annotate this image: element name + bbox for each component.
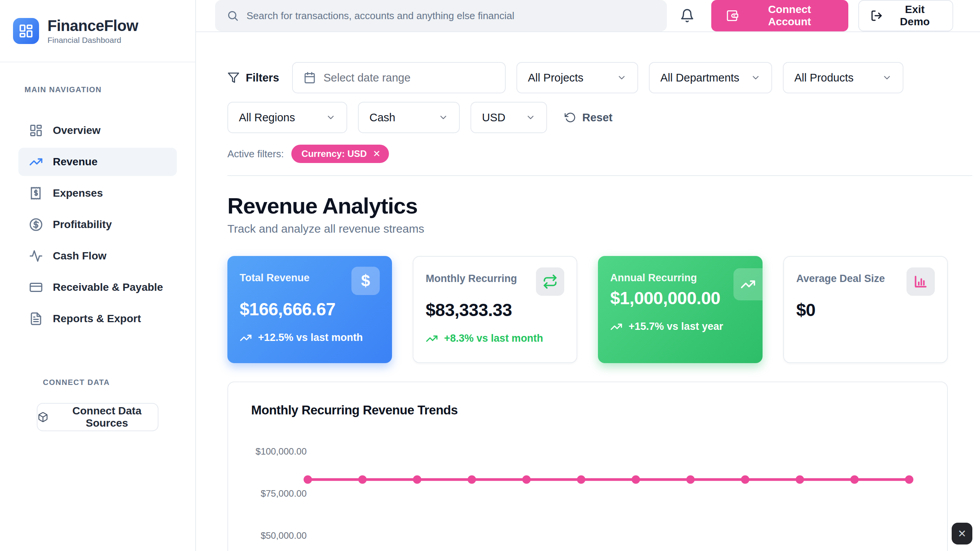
payment-method-value: Cash	[369, 111, 395, 124]
page-subtitle: Track and analyze all revenue streams	[227, 222, 948, 235]
date-range-input[interactable]: Select date range	[292, 62, 506, 93]
trending-up-icon	[610, 321, 622, 333]
app-logo-icon	[13, 18, 39, 44]
trending-up-icon	[29, 155, 43, 169]
stat-value: $166,666.67	[240, 299, 380, 320]
calendar-icon	[304, 72, 316, 84]
chip-remove-icon[interactable]: ✕	[373, 148, 381, 159]
content: Filters Select date range All Projects A…	[196, 32, 980, 551]
chevron-down-icon	[617, 73, 627, 83]
data-point[interactable]	[358, 475, 367, 484]
products-select-value: All Products	[794, 72, 854, 84]
chevron-down-icon	[751, 73, 761, 83]
sidebar-item-receivable-payable[interactable]: Receivable & Payable	[18, 273, 177, 302]
filters-header: Filters	[227, 72, 281, 84]
chart-body: $100,000.00 $75,000.00 $50,000.00	[251, 422, 924, 551]
package-icon	[38, 411, 48, 423]
receipt-icon	[29, 186, 43, 200]
close-icon: ✕	[958, 528, 967, 540]
data-point[interactable]	[632, 475, 640, 484]
data-point[interactable]	[905, 475, 913, 484]
mrr-line-chart	[251, 422, 971, 551]
projects-select[interactable]: All Projects	[516, 62, 638, 93]
data-point[interactable]	[522, 475, 531, 484]
section-divider	[227, 175, 972, 176]
sidebar-item-revenue[interactable]: Revenue	[18, 148, 177, 176]
log-out-icon	[871, 10, 883, 22]
stat-card-annual-recurring: Annual Recurring $1,000,000.00 +15.7% vs…	[598, 256, 763, 363]
stat-change-label: +8.3% vs last month	[444, 332, 543, 345]
trending-up-icon	[240, 332, 252, 344]
sidebar-item-profitability[interactable]: Profitability	[18, 210, 177, 239]
departments-select[interactable]: All Departments	[649, 62, 772, 93]
global-search[interactable]	[215, 0, 667, 31]
sidebar-item-reports-export[interactable]: Reports & Export	[18, 305, 177, 333]
regions-select[interactable]: All Regions	[227, 102, 347, 133]
payment-method-select[interactable]: Cash	[358, 102, 460, 133]
sidebar-item-label: Overview	[53, 124, 101, 137]
active-filters-row: Active filters: Currency: USD ✕	[227, 145, 948, 163]
topbar: Connect Account Exit Demo	[196, 0, 980, 32]
brand-text: FinanceFlow Financial Dashboard	[47, 17, 138, 45]
exit-demo-label: Exit Demo	[889, 3, 941, 28]
filters-label: Filters	[246, 72, 279, 84]
stat-change-label: +12.5% vs last month	[258, 331, 363, 344]
nav-section-label: MAIN NAVIGATION	[24, 85, 177, 94]
trending-up-icon	[426, 333, 438, 345]
sidebar-item-label: Receivable & Payable	[53, 281, 163, 293]
main-navigation: MAIN NAVIGATION Overview Revenue	[0, 62, 195, 431]
chevron-down-icon	[438, 112, 448, 122]
chevron-down-icon	[326, 112, 336, 122]
stat-label: Monthly Recurring	[426, 273, 517, 285]
app-root: FinanceFlow Financial Dashboard MAIN NAV…	[0, 0, 980, 551]
active-filter-chip-currency[interactable]: Currency: USD ✕	[291, 145, 389, 163]
products-select[interactable]: All Products	[783, 62, 903, 93]
stat-value: $83,333.33	[426, 300, 564, 320]
data-point[interactable]	[577, 475, 585, 484]
nav-list: Overview Revenue Expenses Pr	[18, 116, 177, 333]
repeat-icon	[536, 267, 564, 296]
stat-value: $1,000,000.00	[610, 288, 750, 308]
currency-select[interactable]: USD	[470, 102, 547, 133]
bar-chart-icon	[906, 267, 935, 296]
sidebar-item-label: Reports & Export	[53, 313, 141, 325]
data-point[interactable]	[686, 475, 695, 484]
brand-header: FinanceFlow Financial Dashboard	[0, 0, 195, 62]
app-subtitle: Financial Dashboard	[47, 36, 138, 45]
sidebar-item-cash-flow[interactable]: Cash Flow	[18, 242, 177, 270]
regions-select-value: All Regions	[239, 111, 295, 124]
chevron-down-icon	[526, 112, 536, 122]
overlay-close-button[interactable]: ✕	[952, 523, 972, 544]
stat-change-label: +15.7% vs last year	[629, 320, 723, 333]
data-point[interactable]	[850, 475, 859, 484]
search-input[interactable]	[247, 10, 655, 22]
stat-card-average-deal-size: Average Deal Size $0	[783, 256, 948, 363]
reset-filters-button[interactable]: Reset	[565, 111, 612, 124]
exit-demo-button[interactable]: Exit Demo	[858, 0, 953, 31]
sidebar-item-overview[interactable]: Overview	[18, 116, 177, 145]
activity-icon	[29, 249, 43, 263]
chart-title: Monthly Recurring Revenue Trends	[251, 403, 924, 417]
stat-label: Annual Recurring	[610, 272, 697, 284]
projects-select-value: All Projects	[528, 72, 583, 84]
sidebar-item-label: Revenue	[53, 156, 98, 168]
data-point[interactable]	[467, 475, 476, 484]
sidebar-item-expenses[interactable]: Expenses	[18, 179, 177, 207]
notifications-button[interactable]	[680, 8, 694, 23]
data-point[interactable]	[795, 475, 804, 484]
connect-data-sources-button[interactable]: Connect Data Sources	[37, 403, 158, 431]
stat-card-monthly-recurring: Monthly Recurring $83,333.33 +8.3% vs la…	[413, 256, 577, 363]
bell-icon	[680, 8, 694, 23]
stat-change: +15.7% vs last year	[610, 320, 750, 333]
chevron-down-icon	[882, 73, 892, 83]
filters-row-2: All Regions Cash USD Reset	[227, 102, 948, 133]
dollar-sign-icon: $	[351, 267, 380, 295]
currency-select-value: USD	[482, 111, 505, 124]
data-point[interactable]	[413, 475, 421, 484]
connect-account-button[interactable]: Connect Account	[711, 0, 848, 31]
data-point[interactable]	[741, 475, 750, 484]
sidebar-item-label: Profitability	[53, 218, 112, 231]
connect-data-sources-label: Connect Data Sources	[56, 405, 158, 429]
circle-dollar-icon	[29, 218, 43, 231]
data-point[interactable]	[304, 475, 312, 484]
